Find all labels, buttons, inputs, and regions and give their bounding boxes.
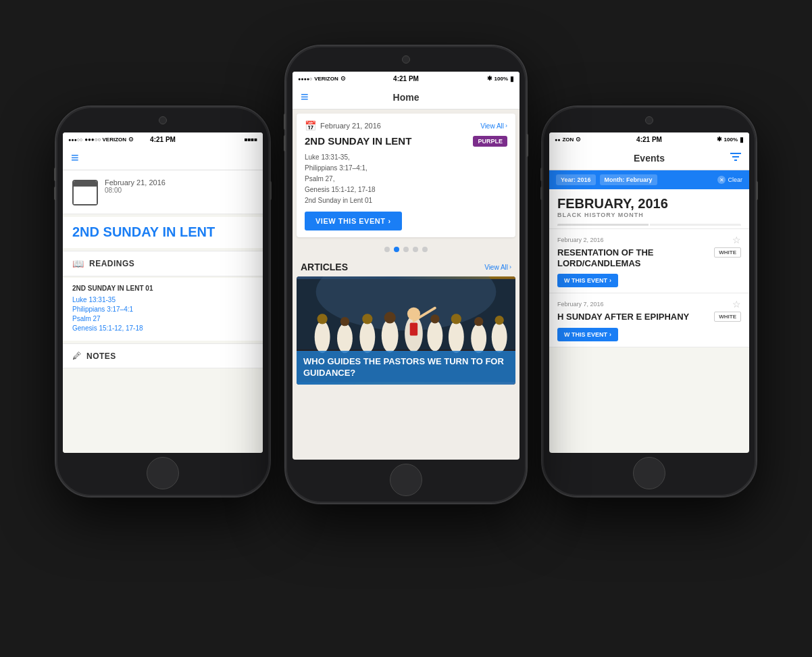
dot-1[interactable]	[384, 247, 390, 252]
reading-link-4[interactable]: Genesis 15:1-12, 17-18	[72, 324, 253, 332]
notes-section: 🖉 NOTES	[63, 343, 263, 368]
right-time: 4:21 PM	[636, 136, 662, 143]
dot-4[interactable]	[413, 247, 418, 252]
event-2-badge: WHITE	[714, 312, 741, 322]
svg-point-19	[474, 317, 483, 326]
event-1-title-text: RESENTATION OF THE LORD/CANDLEMAS	[557, 247, 654, 268]
svg-point-14	[427, 320, 442, 351]
articles-view-all[interactable]: View All ›	[484, 264, 511, 271]
reading-line-3: Psalm 27,	[305, 174, 507, 185]
center-status-bar: ●●●●○ VERIZON ⊙ 4:21 PM ✱ 100% ▮	[293, 72, 519, 85]
clear-filter-button[interactable]: ✕ Clear	[717, 176, 742, 184]
center-battery-pct: 100%	[494, 76, 508, 82]
center-time: 4:21 PM	[393, 75, 419, 82]
view-event-button[interactable]: VIEW THIS EVENT ›	[305, 212, 402, 230]
svg-point-18	[471, 324, 486, 354]
svg-point-4	[317, 314, 327, 324]
left-menu-button[interactable]: ≡	[71, 150, 79, 166]
right-nav-bar: Events	[549, 146, 749, 170]
center-status-right: ✱ 100% ▮	[487, 75, 514, 82]
event-cal-icon: 📅	[305, 120, 316, 131]
svg-rect-22	[410, 323, 417, 336]
event-view-all[interactable]: View All ›	[480, 122, 507, 130]
month-subtitle: BLACK HISTORY MONTH	[557, 212, 741, 221]
event-list-item-1: February 2, 2016 ☆ RESENTATION OF THE LO…	[549, 229, 749, 293]
tab-left	[557, 224, 649, 226]
reading-line-5: 2nd Sunday in Lent 01	[305, 195, 507, 206]
notes-icon: 🖉	[72, 351, 81, 361]
phone-left: ●●●○○ ●●●○○ VERIZON ⊙ 4:21 PM ■■■■ ≡	[55, 105, 271, 497]
event-1-view-button[interactable]: W THIS EVENT ›	[557, 274, 618, 287]
event-1-date: February 2, 2016	[557, 237, 604, 243]
svg-point-10	[384, 312, 396, 323]
svg-point-21	[495, 316, 504, 324]
dot-3[interactable]	[403, 247, 409, 252]
svg-point-15	[430, 314, 439, 323]
center-event-card: 📅 February 21, 2016 View All › 2ND SUNDA…	[297, 114, 515, 237]
event-date: February 21, 2016	[105, 178, 166, 187]
event-card-title-row: 2ND SUNDAY IN LENT PURPLE	[305, 135, 507, 147]
articles-title: ARTICLES	[301, 262, 348, 272]
left-nav-bar: ≡	[63, 146, 263, 170]
reading-line-1: Luke 13:31-35,	[305, 152, 507, 163]
left-status-left: ●●●○○ ●●●○○ VERIZON ⊙	[68, 136, 134, 143]
article-card[interactable]: WHO GUIDES THE PASTORS WE TURN TO FOR GU…	[297, 276, 515, 385]
event-2-date: February 7, 2016	[557, 301, 604, 308]
event-2-title-text: H SUNDAY AFTER E EPIPHANY	[557, 312, 689, 322]
event-2-btn-text: W THIS EVENT	[564, 331, 607, 338]
right-screen: ●● ZON ⊙ 4:21 PM ✱ 100% ▮ Events	[549, 132, 749, 453]
readings-subtitle: 2ND SUNDAY IN LENT 01	[72, 285, 253, 292]
center-nav-title: Home	[393, 92, 420, 103]
article-overlay: WHO GUIDES THE PASTORS WE TURN TO FOR GU…	[297, 351, 515, 385]
star-icon-2[interactable]: ☆	[732, 299, 741, 310]
event-1-title: RESENTATION OF THE LORD/CANDLEMAS	[557, 247, 714, 268]
event-2-btn-chevron: ›	[609, 331, 611, 338]
svg-point-17	[451, 314, 461, 324]
right-bluetooth: ✱	[717, 136, 722, 143]
dot-5[interactable]	[422, 247, 428, 252]
event-card-date-text: February 21, 2016	[320, 122, 381, 130]
event-2-view-button[interactable]: W THIS EVENT ›	[557, 328, 618, 341]
phone-center: ●●●●○ VERIZON ⊙ 4:21 PM ✱ 100% ▮ ≡ Home	[284, 45, 528, 504]
filter-button[interactable]	[730, 152, 741, 164]
phone-right: ●● ZON ⊙ 4:21 PM ✱ 100% ▮ Events	[541, 105, 757, 497]
right-signal: ●●	[555, 137, 560, 142]
signal-dots: ●●●○○	[68, 137, 82, 142]
svg-point-5	[337, 324, 353, 354]
btn-chevron-icon: ›	[388, 217, 390, 225]
chevron-right-icon: ›	[505, 122, 507, 129]
reading-link-2[interactable]: Philippians 3:17–4:1	[72, 306, 253, 313]
readings-content: 2ND SUNDAY IN LENT 01 Luke 13:31-35 Phil…	[63, 278, 263, 341]
svg-point-8	[362, 314, 372, 324]
right-carrier: ZON	[562, 137, 574, 143]
right-status-left: ●● ZON ⊙	[555, 136, 581, 143]
center-carrier: VERIZON	[314, 76, 338, 82]
left-event-title-section: 2ND SUNDAY IN LENT	[63, 217, 263, 248]
calendar-icon	[72, 180, 98, 205]
purple-badge: PURPLE	[473, 136, 507, 147]
reading-link-1[interactable]: Luke 13:31-35	[72, 296, 253, 303]
star-icon-1[interactable]: ☆	[732, 235, 741, 245]
left-screen: ●●●○○ ●●●○○ VERIZON ⊙ 4:21 PM ■■■■ ≡	[63, 132, 263, 453]
year-chip[interactable]: Year: 2016	[556, 174, 596, 185]
articles-header: ARTICLES View All ›	[297, 259, 515, 276]
svg-point-20	[492, 322, 507, 353]
reading-link-3[interactable]: Psalm 27	[72, 315, 253, 322]
month-header: FEBRUARY, 2016 BLACK HISTORY MONTH	[549, 189, 749, 229]
readings-header: 📖 READINGS	[63, 251, 263, 276]
right-status-bar: ●● ZON ⊙ 4:21 PM ✱ 100% ▮	[549, 132, 749, 146]
dot-2[interactable]	[394, 247, 399, 252]
svg-point-16	[449, 321, 464, 354]
right-battery-pct: 100%	[724, 137, 738, 143]
month-chip[interactable]: Month: February	[600, 174, 657, 185]
reading-line-2: Philippians 3:17–4:1,	[305, 163, 507, 174]
center-wifi: ⊙	[340, 75, 346, 82]
event-1-title-row: RESENTATION OF THE LORD/CANDLEMAS WHITE	[557, 247, 741, 272]
left-event-title: 2ND SUNDAY IN LENT	[72, 224, 253, 240]
event-card-title: 2ND SUNDAY IN LENT	[305, 135, 411, 147]
center-menu-button[interactable]: ≡	[301, 89, 309, 105]
event-view-all-text: View All	[480, 122, 504, 130]
svg-point-6	[340, 317, 349, 326]
center-status-left: ●●●●○ VERIZON ⊙	[298, 75, 346, 82]
center-signal: ●●●●○	[298, 76, 312, 81]
